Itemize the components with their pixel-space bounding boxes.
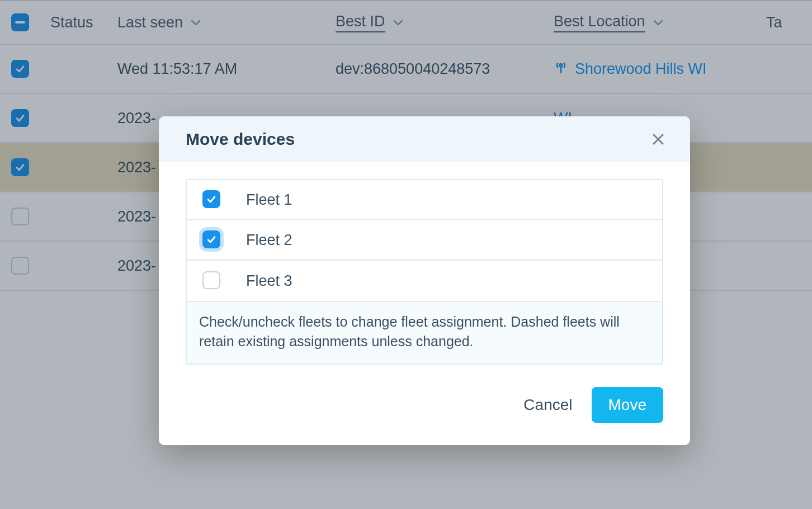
- close-button[interactable]: [649, 130, 668, 149]
- help-text: Check/uncheck fleets to change fleet ass…: [186, 301, 663, 365]
- fleet-item[interactable]: Fleet 3: [187, 261, 662, 301]
- fleet-item[interactable]: Fleet 2: [187, 220, 662, 261]
- close-icon: [652, 133, 665, 146]
- fleet-checkbox[interactable]: [202, 190, 220, 208]
- move-devices-modal: Move devices Fleet 1Fleet 2Fleet 3 Check…: [159, 116, 690, 445]
- modal-body: Fleet 1Fleet 2Fleet 3 Check/uncheck flee…: [159, 162, 690, 378]
- fleet-label: Fleet 2: [246, 232, 292, 249]
- modal-header: Move devices: [159, 116, 690, 162]
- modal-title: Move devices: [186, 130, 295, 149]
- modal-footer: Cancel Move: [159, 378, 690, 445]
- fleet-checkbox[interactable]: [202, 230, 220, 248]
- fleet-item[interactable]: Fleet 1: [187, 180, 662, 220]
- fleet-label: Fleet 3: [246, 272, 292, 290]
- fleet-checkbox[interactable]: [202, 271, 220, 289]
- fleet-label: Fleet 1: [246, 191, 292, 209]
- check-icon: [206, 194, 217, 205]
- check-icon: [206, 234, 217, 245]
- fleet-list: Fleet 1Fleet 2Fleet 3: [186, 179, 663, 302]
- move-button[interactable]: Move: [592, 387, 663, 423]
- cancel-button[interactable]: Cancel: [523, 396, 572, 414]
